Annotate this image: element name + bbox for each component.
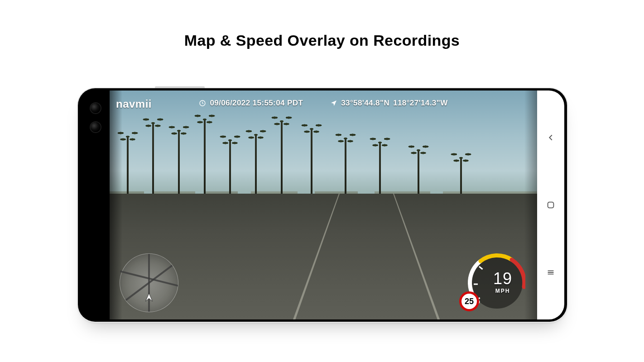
page-title: Map & Speed Overlay on Recordings <box>0 32 644 49</box>
phone-frame: navmii 09/06/2022 15:55:04 PDT 33°58'44.… <box>78 88 567 322</box>
speed-gauge: 19 MPH 25 <box>457 246 525 314</box>
speed-limit-sign: 25 <box>459 291 479 311</box>
nav-recents-button[interactable] <box>544 266 557 279</box>
timestamp-text: 09/06/2022 15:55:04 PDT <box>210 99 303 108</box>
speed-unit: MPH <box>490 288 515 294</box>
front-camera-bezel <box>81 90 110 319</box>
clock-icon <box>199 100 206 107</box>
scene-palms <box>110 109 537 205</box>
latitude-text: 33°58'44.8"N <box>341 99 389 108</box>
system-navbar <box>537 90 564 319</box>
promo-page: Map & Speed Overlay on Recordings <box>0 0 644 362</box>
phone-shadow <box>119 321 526 332</box>
location-arrow-icon <box>330 100 337 107</box>
minimap-roads-icon <box>120 254 178 312</box>
brand-logo: navmii <box>116 98 152 110</box>
phone-screen: navmii 09/06/2022 15:55:04 PDT 33°58'44.… <box>81 90 564 319</box>
overlay-timestamp: 09/06/2022 15:55:04 PDT <box>199 99 303 108</box>
home-square-icon <box>546 200 556 210</box>
phone-power-ridge <box>155 86 205 88</box>
front-camera-icon <box>91 103 101 113</box>
chevron-left-icon <box>546 133 556 143</box>
speed-limit-value: 25 <box>465 297 474 306</box>
nav-home-button[interactable] <box>544 199 557 211</box>
overlay-top-bar: 09/06/2022 15:55:04 PDT 33°58'44.8"N 118… <box>110 99 537 108</box>
front-camera-icon <box>91 122 101 132</box>
nav-back-button[interactable] <box>544 131 557 144</box>
longitude-text: 118°27'14.3"W <box>393 99 448 108</box>
svg-point-0 <box>200 100 205 106</box>
overlay-coordinates: 33°58'44.8"N 118°27'14.3"W <box>330 99 447 108</box>
svg-rect-5 <box>548 202 554 208</box>
speed-value: 19 <box>488 271 517 287</box>
minimap-overlay <box>120 253 178 312</box>
dashcam-viewport: navmii 09/06/2022 15:55:04 PDT 33°58'44.… <box>110 90 537 319</box>
menu-lines-icon <box>546 267 556 277</box>
